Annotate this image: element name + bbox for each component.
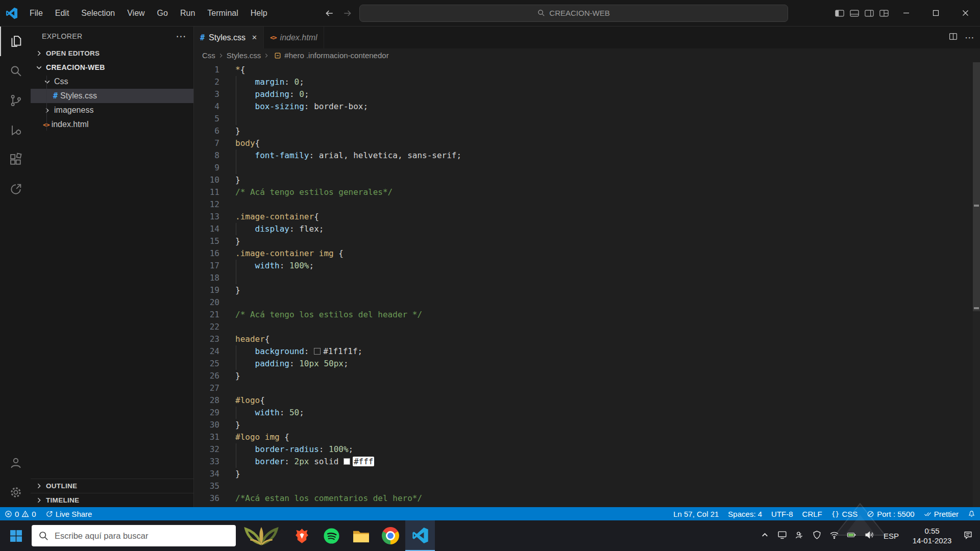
code-line[interactable]: 23header{ — [194, 333, 980, 345]
prettier-status[interactable]: Prettier — [919, 507, 963, 520]
breadcrumb-file[interactable]: Styles.css — [227, 51, 261, 60]
code-line[interactable]: 4 box-sizing: border-box; — [194, 101, 980, 113]
code-line[interactable]: 32 border-radius: 100%; — [194, 443, 980, 456]
taskbar-clock[interactable]: 0:55 14-01-2023 — [909, 526, 955, 545]
close-tab-icon[interactable]: ✕ — [252, 34, 257, 41]
toggle-primary-sidebar-icon[interactable] — [832, 6, 847, 21]
code-line[interactable]: 3 padding: 0; — [194, 88, 980, 101]
outline-section[interactable]: OUTLINE — [31, 479, 193, 493]
code-line[interactable]: 9 — [194, 162, 980, 174]
menu-edit[interactable]: Edit — [49, 5, 76, 22]
code-editor[interactable]: 1*{2 margin: 0;3 padding: 0;4 box-sizing… — [194, 62, 980, 507]
keyboard-language[interactable]: ESP — [881, 532, 901, 540]
tray-expand-icon[interactable] — [760, 530, 770, 542]
live-share-button[interactable]: Live Share — [41, 507, 97, 520]
menu-help[interactable]: Help — [244, 5, 274, 22]
code-line[interactable]: 28#logo{ — [194, 394, 980, 407]
code-line[interactable]: 22 — [194, 321, 980, 333]
code-line[interactable]: 20 — [194, 296, 980, 309]
tab-index-html[interactable]: <> index.html — [264, 27, 324, 48]
menu-view[interactable]: View — [121, 5, 151, 22]
app-icon-spotify[interactable] — [316, 520, 346, 551]
code-line[interactable]: 34} — [194, 468, 980, 480]
code-line[interactable]: 30} — [194, 419, 980, 431]
menu-file[interactable]: File — [23, 5, 49, 22]
editor-scrollbar[interactable] — [973, 62, 980, 507]
run-debug-icon[interactable] — [0, 115, 31, 145]
open-editors-section[interactable]: OPEN EDITORS — [31, 46, 193, 60]
code-line[interactable]: 21/* Acá tengo los estilos del header */ — [194, 309, 980, 321]
notifications-bell-icon[interactable] — [963, 507, 980, 520]
editor-more-actions-icon[interactable]: ⋯ — [965, 32, 975, 43]
toggle-panel-icon[interactable] — [847, 6, 862, 21]
settings-gear-icon[interactable] — [0, 478, 31, 507]
app-icon-file-explorer[interactable] — [346, 520, 376, 551]
menu-terminal[interactable]: Terminal — [201, 5, 244, 22]
extensions-icon[interactable] — [0, 145, 31, 174]
code-line[interactable]: 8 font-family: arial, helvetica, sans-se… — [194, 149, 980, 162]
code-line[interactable]: 29 width: 50; — [194, 407, 980, 419]
tray-people-icon[interactable] — [795, 530, 804, 542]
taskbar-search[interactable]: Escribe aquí para buscar — [32, 525, 236, 546]
tray-volume-icon[interactable] — [864, 530, 874, 542]
command-center-search[interactable]: CREACION-WEB — [359, 5, 788, 22]
folder-css[interactable]: Css — [31, 74, 193, 89]
code-line[interactable]: 12 — [194, 198, 980, 211]
code-line[interactable]: 18 — [194, 272, 980, 284]
source-control-icon[interactable] — [0, 86, 31, 115]
code-line[interactable]: 11/* Acá tengo estilos generales*/ — [194, 186, 980, 198]
menu-selection[interactable]: Selection — [75, 5, 121, 22]
tray-shield-icon[interactable] — [812, 530, 822, 542]
live-share-icon[interactable] — [0, 174, 31, 204]
code-line[interactable]: 6} — [194, 125, 980, 137]
code-line[interactable]: 33 border: 2px solid #fff — [194, 456, 980, 468]
file-styles-css[interactable]: # Styles.css — [31, 89, 193, 103]
code-line[interactable]: 13.image-container{ — [194, 211, 980, 223]
minimize-button[interactable] — [891, 0, 921, 27]
breadcrumb-symbol[interactable]: #hero .informacion-contenedor — [284, 51, 388, 60]
code-line[interactable]: 16.image-container img { — [194, 247, 980, 260]
cursor-position[interactable]: Ln 57, Col 21 — [669, 507, 723, 520]
code-line[interactable]: 25 padding: 10px 50px; — [194, 358, 980, 370]
app-icon-chrome[interactable] — [376, 520, 405, 551]
workspace-root-folder[interactable]: CREACION-WEB — [31, 60, 193, 74]
problems-indicator[interactable]: 0 0 — [0, 507, 41, 520]
language-mode[interactable]: {}CSS — [827, 507, 863, 520]
tray-wifi-icon[interactable] — [829, 530, 839, 542]
code-line[interactable]: 15} — [194, 235, 980, 247]
scrollbar-thumb[interactable] — [973, 62, 980, 311]
start-button[interactable] — [0, 520, 32, 551]
breadcrumb-folder[interactable]: Css — [202, 51, 215, 60]
encoding-setting[interactable]: UTF-8 — [767, 507, 798, 520]
eol-setting[interactable]: CRLF — [798, 507, 827, 520]
indentation-setting[interactable]: Spaces: 4 — [723, 507, 767, 520]
timeline-section[interactable]: TIMELINE — [31, 493, 193, 507]
code-line[interactable]: 5 — [194, 113, 980, 125]
code-line[interactable]: 14 display: flex; — [194, 223, 980, 235]
code-line[interactable]: 19} — [194, 284, 980, 296]
menu-go[interactable]: Go — [151, 5, 174, 22]
maximize-button[interactable] — [921, 0, 950, 27]
account-icon[interactable] — [0, 448, 31, 478]
code-line[interactable]: 10} — [194, 174, 980, 186]
explorer-icon[interactable] — [0, 27, 31, 56]
app-icon-brave[interactable] — [287, 520, 316, 551]
code-line[interactable]: 1*{ — [194, 64, 980, 76]
code-line[interactable]: 31#logo img { — [194, 431, 980, 443]
code-line[interactable]: 36/*Acá estan los comentarios del hero*/ — [194, 492, 980, 505]
customize-layout-icon[interactable] — [876, 6, 891, 21]
file-index-html[interactable]: <> index.html — [31, 117, 193, 132]
color-swatch[interactable] — [344, 458, 350, 465]
color-swatch[interactable] — [314, 348, 321, 355]
code-line[interactable]: 7body{ — [194, 137, 980, 149]
explorer-more-actions-icon[interactable]: ⋯ — [176, 34, 186, 39]
app-icon-custom[interactable] — [236, 520, 287, 551]
tray-battery-icon[interactable] — [847, 530, 856, 542]
tab-styles-css[interactable]: # Styles.css ✕ — [194, 27, 264, 48]
forward-button[interactable] — [341, 7, 354, 20]
code-line[interactable]: 2 margin: 0; — [194, 76, 980, 88]
split-editor-icon[interactable] — [949, 32, 958, 43]
action-center-icon[interactable] — [963, 530, 973, 542]
code-line[interactable]: 17 width: 100%; — [194, 260, 980, 272]
code-line[interactable]: 26} — [194, 370, 980, 382]
